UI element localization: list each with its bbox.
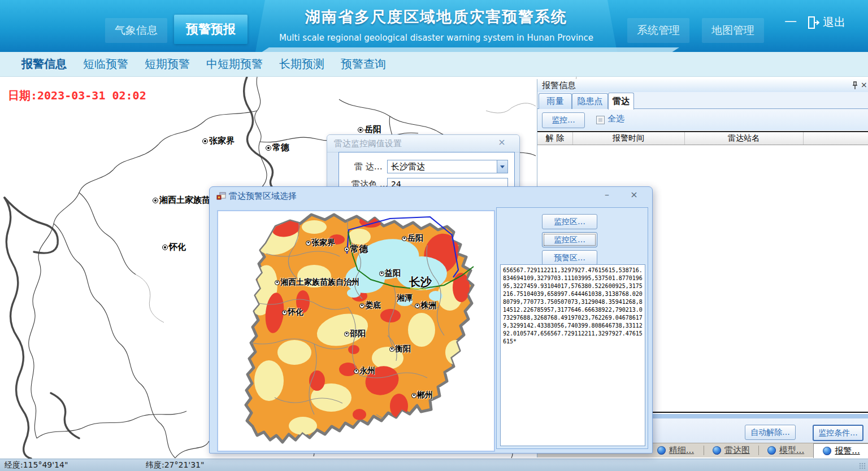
warning-region-button[interactable]: 预警区… xyxy=(542,250,597,265)
radar-threshold-dialog: 雷达监控阈值设置 × 雷 达… 长沙雷达 雷达色 … 24 xyxy=(327,134,520,189)
resize-grip[interactable] xyxy=(859,463,866,469)
dropdown-arrow-icon[interactable] xyxy=(497,160,507,173)
exit-button[interactable]: 退出 xyxy=(807,15,845,30)
map-city-changsha: 长沙 xyxy=(409,274,432,290)
globe-icon xyxy=(823,447,831,455)
nav-midshortterm[interactable]: 中短期预警 xyxy=(206,56,263,72)
map-mgmt-button[interactable]: 地图管理 xyxy=(702,18,764,43)
forecast-button[interactable]: 预警预报 xyxy=(174,15,248,44)
globe-icon xyxy=(713,446,721,455)
threshold-dialog-title: 雷达监控阈值设置 xyxy=(334,138,402,149)
radar-select-value: 长沙雷达 xyxy=(388,162,497,172)
map-city-yueyang: 岳阳 xyxy=(402,233,423,243)
app-title: 湖南省多尺度区域地质灾害预警系统 xyxy=(255,7,617,27)
bg-city-huaihua: 怀化 xyxy=(162,242,186,252)
auto-release-button[interactable]: 自动解除... xyxy=(745,425,796,440)
bg-city-changde: 常德 xyxy=(266,142,289,153)
dialog-close-icon[interactable]: × xyxy=(494,137,509,147)
longitude-readout: 经度:115°49'14" xyxy=(5,460,68,470)
nav-query[interactable]: 预警查询 xyxy=(341,56,386,72)
monitor-button[interactable]: 监控... xyxy=(542,112,585,128)
minimize-button[interactable]: — xyxy=(784,14,797,28)
nav-shortterm[interactable]: 短期预警 xyxy=(145,56,190,72)
alarm-panel-title: 报警信息 xyxy=(542,80,576,91)
app-subtitle: Multi scale regional geological disaster… xyxy=(255,33,617,43)
alarm-toolbar: 监控... 全选 xyxy=(537,109,868,130)
globe-icon xyxy=(767,446,776,455)
alarm-tabs: 雨量 隐患点 雷达 xyxy=(537,92,868,109)
map-city-loudi: 娄底 xyxy=(359,300,381,311)
tab-hazard-points[interactable]: 隐患点 xyxy=(572,93,608,109)
map-city-hengyang: 衡阳 xyxy=(389,344,411,354)
nav-nowcast[interactable]: 短临预警 xyxy=(83,56,128,72)
exit-door-icon xyxy=(807,16,819,29)
form-icon xyxy=(216,191,226,201)
city-marker-icon xyxy=(266,145,271,151)
tab-separator xyxy=(758,446,759,455)
monitor-condition-button[interactable]: 监控条件... xyxy=(813,425,863,441)
region-dialog-title: 雷达预警区域选择 xyxy=(229,191,297,202)
col-header-alarm-time[interactable]: 报警时间 xyxy=(572,132,685,145)
city-marker-icon xyxy=(162,245,168,250)
map-city-yiyang: 益阳 xyxy=(379,268,401,278)
warning-map-panel[interactable]: 张家界 常德 岳阳 益阳 长沙 湘西土家族苗族自治州 怀化 娄底 湘潭 株洲 邵… xyxy=(217,210,495,452)
col-header-radar-station[interactable]: 雷达站名 xyxy=(684,132,804,145)
map-city-zhuzhou: 株洲 xyxy=(415,300,436,311)
tab-rainfall[interactable]: 雨量 xyxy=(539,93,572,109)
select-all-label: 全选 xyxy=(607,114,624,124)
nav-alarm-info[interactable]: 报警信息 xyxy=(21,56,67,72)
dialog-close-icon[interactable]: × xyxy=(627,189,641,200)
map-city-yongzhou: 永州 xyxy=(354,366,375,376)
app-header: 气象信息 预警预报 湖南省多尺度区域地质灾害预警系统 Multi scale r… xyxy=(0,0,868,52)
map-city-chenzhou: 郴州 xyxy=(411,390,433,400)
pin-icon[interactable] xyxy=(852,81,858,90)
latitude-readout: 纬度:27°21'31" xyxy=(146,460,204,470)
alarm-panel-titlebar: 报警信息 × xyxy=(537,79,868,93)
app-window: 气象信息 预警预报 湖南省多尺度区域地质灾害预警系统 Multi scale r… xyxy=(0,0,868,471)
map-city-xiangxi: 湘西土家族苗族自治州 xyxy=(275,277,359,287)
alarm-table-header: 解 除 报警时间 雷达站名 xyxy=(537,131,868,145)
tab-separator xyxy=(704,446,704,455)
monitor-region-button-1[interactable]: 监控区… xyxy=(542,214,597,229)
status-bar: 经度:115°49'14" 纬度:27°21'31" xyxy=(0,459,868,471)
bg-city-zhangjiajie: 张家界 xyxy=(202,136,235,146)
bottom-tab-alarm[interactable]: 报警... xyxy=(813,443,868,458)
bg-city-yueyang: 岳阳 xyxy=(358,124,381,135)
threshold-dialog-body: 雷 达… 长沙雷达 雷达色 … 24 xyxy=(338,152,515,189)
bottom-tab-model[interactable]: 模型... xyxy=(760,443,812,457)
radar-select[interactable]: 长沙雷达 xyxy=(387,160,508,173)
exit-label: 退出 xyxy=(823,15,845,30)
map-city-shaoyang: 邵阳 xyxy=(344,329,366,339)
system-mgmt-button[interactable]: 系统管理 xyxy=(627,18,689,43)
city-marker-icon xyxy=(153,198,158,203)
dialog-minimize-icon[interactable]: – xyxy=(600,189,614,200)
radar-region-dialog: 雷达预警区域选择 – × xyxy=(209,186,653,453)
map-city-huaihua: 怀化 xyxy=(282,307,303,317)
city-marker-icon xyxy=(358,127,363,133)
col-header-release[interactable]: 解 除 xyxy=(537,132,573,145)
sub-nav: 报警信息 短临预警 短期预警 中短期预警 长期预测 预警查询 xyxy=(0,52,868,77)
threshold-dialog-titlebar[interactable]: 雷达监控阈值设置 × xyxy=(327,135,519,152)
weather-info-button[interactable]: 气象信息 xyxy=(105,18,167,43)
bg-city-xiangxi: 湘西土家族苗 xyxy=(153,195,210,206)
map-city-xiangtan: 湘潭 xyxy=(397,293,413,303)
panel-close-icon[interactable]: × xyxy=(861,80,867,89)
city-marker-icon xyxy=(202,138,208,144)
bottom-tab-fine[interactable]: 精细... xyxy=(648,443,703,457)
map-city-changde: 常德 xyxy=(344,243,368,255)
select-all-checkbox[interactable] xyxy=(596,116,605,124)
tab-radar[interactable]: 雷达 xyxy=(608,93,634,110)
map-city-zhangjiajie: 张家界 xyxy=(306,238,335,248)
radar-field-label: 雷 达… xyxy=(354,162,383,172)
bottom-tab-radar-image[interactable]: 雷达图 xyxy=(705,443,758,457)
nav-longterm[interactable]: 长期预测 xyxy=(279,56,324,72)
globe-icon xyxy=(657,446,666,455)
map-date-label: 日期:2023-03-31 02:02 xyxy=(8,88,146,103)
region-dialog-controls: 监控区… 监控区… 预警区… 656567.729112211,3297927.… xyxy=(496,207,648,449)
region-coordinates-textbox[interactable]: 656567.729112211,3297927.47615615,538716… xyxy=(500,264,645,446)
monitor-region-button-2[interactable]: 监控区… xyxy=(542,232,597,247)
